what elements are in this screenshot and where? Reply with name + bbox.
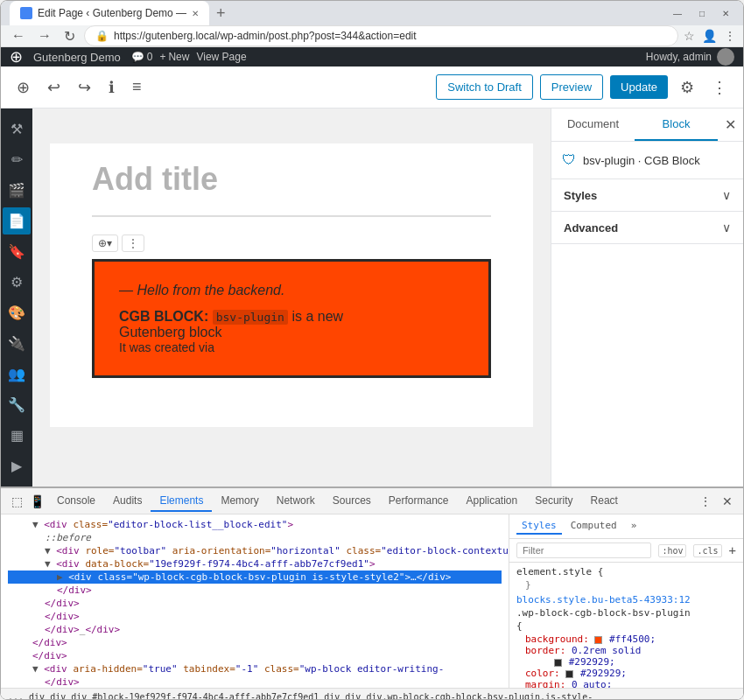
active-tab[interactable]: Edit Page ‹ Gutenberg Demo — ✕ xyxy=(10,1,209,25)
elem-line-div-text[interactable]: </div>_</div> xyxy=(8,623,502,636)
view-page-link[interactable]: View Page xyxy=(196,51,246,63)
elem-line-close-div3[interactable]: </div> xyxy=(8,610,502,623)
elem-line-close-div2[interactable]: </div> xyxy=(8,597,502,610)
preview-button[interactable]: Preview xyxy=(540,74,603,100)
orange-line3: Gutenberg block xyxy=(119,325,464,340)
page-title-placeholder[interactable]: Add title xyxy=(92,161,491,198)
devtools-tab-memory[interactable]: Memory xyxy=(212,491,267,512)
devtools-tab-elements[interactable]: Elements xyxy=(151,491,212,512)
sidebar-icon-pages[interactable]: 📄 xyxy=(3,207,31,234)
devtools-tab-audits[interactable]: Audits xyxy=(104,491,151,512)
elem-line-close-div5[interactable]: </div> xyxy=(8,649,502,662)
devtools-status-text: ... div div div #block-19ef929f-f974-4bc… xyxy=(8,692,593,700)
close-button[interactable]: ✕ xyxy=(717,7,734,20)
more-options-icon[interactable]: ⋮ xyxy=(724,29,736,43)
devtools-tab-sources[interactable]: Sources xyxy=(324,491,380,512)
redo-button[interactable]: ↪ xyxy=(73,74,96,101)
elem-line-close-div4[interactable]: </div> xyxy=(8,636,502,649)
sidebar-icon-bookmark[interactable]: 🔖 xyxy=(3,238,31,265)
address-bar[interactable]: 🔒 https://gutenberg.local/wp-admin/post.… xyxy=(84,25,678,46)
add-rule-btn[interactable]: + xyxy=(729,543,736,557)
pseudo-cls-btn[interactable]: .cls xyxy=(693,544,721,557)
sidebar-icon-users[interactable]: 👥 xyxy=(3,360,31,388)
restore-button[interactable]: □ xyxy=(694,7,710,20)
sidebar-icon-media2[interactable]: ▶ xyxy=(6,452,27,480)
blocks-style-link[interactable]: blocks.style.bu-beta5-43933:12 xyxy=(516,594,691,606)
comments-link[interactable]: 💬 0 xyxy=(131,51,153,63)
add-block-button[interactable]: ⊕ xyxy=(11,74,35,101)
elem-line-toolbar[interactable]: ▼ <div role="toolbar" aria-orientation="… xyxy=(8,544,502,557)
sidebar-icon-edit[interactable]: ✏ xyxy=(6,146,28,173)
minimize-button[interactable]: — xyxy=(668,7,687,20)
devtools-tab-security[interactable]: Security xyxy=(526,491,581,512)
elem-line-data-block[interactable]: ▼ <div data-block="19ef929f-f974-4bc4-af… xyxy=(8,557,502,570)
elem-line-before[interactable]: ::before xyxy=(8,531,502,544)
color-swatch[interactable] xyxy=(565,670,573,678)
sidebar-icon-plugins[interactable]: 🔌 xyxy=(3,330,31,357)
sidebar-icon-tools2[interactable]: 🔧 xyxy=(3,391,31,418)
devtools-tab-network[interactable]: Network xyxy=(268,491,324,512)
back-button[interactable]: ← xyxy=(8,26,29,46)
elem-line-1[interactable]: ▼ <div class="editor-block-list__block-e… xyxy=(8,518,502,531)
sidebar-close-button[interactable]: ✕ xyxy=(718,109,743,140)
styles-tab-computed[interactable]: Computed xyxy=(565,518,622,535)
orange-text-new: is a new xyxy=(288,309,343,324)
pseudo-hov-btn[interactable]: :hov xyxy=(658,544,686,557)
devtools-elements-panel[interactable]: ▼ <div class="editor-block-list__block-e… xyxy=(1,514,509,688)
reload-button[interactable]: ↻ xyxy=(60,26,79,46)
comment-icon: 💬 xyxy=(131,51,144,63)
list-view-button[interactable]: ≡ xyxy=(127,74,147,100)
canvas-inner: Add title ⊕▾ ⋮ — Hello from the backend.… xyxy=(50,144,533,427)
tab-document[interactable]: Document xyxy=(551,108,635,141)
elem-line-aria-hidden[interactable]: ▼ <div aria-hidden="true" tabindex="-1" … xyxy=(8,662,502,676)
orange-block[interactable]: — Hello from the backend. CGB BLOCK: bsv… xyxy=(92,259,491,378)
wp-logo-icon[interactable]: ⊕ xyxy=(10,47,23,66)
styles-section: Styles ∨ xyxy=(551,179,743,212)
sidebar-icon-blocks[interactable]: ▦ xyxy=(5,422,29,449)
devtools-tab-console[interactable]: Console xyxy=(48,491,104,512)
wp-site-name[interactable]: Gutenberg Demo xyxy=(33,51,121,64)
advanced-section-header[interactable]: Advanced ∨ xyxy=(551,212,743,243)
styles-section-header[interactable]: Styles ∨ xyxy=(551,179,743,211)
sidebar-icon-appearance[interactable]: 🎨 xyxy=(3,299,31,326)
new-tab-button[interactable]: + xyxy=(213,4,229,23)
elem-line-block-highlighted[interactable]: ▶ <div class="wp-block-cgb-block-bsv-plu… xyxy=(8,570,502,584)
profile-icon[interactable]: 👤 xyxy=(702,29,717,43)
sidebar-icon-settings[interactable]: ⚙ xyxy=(5,269,28,296)
tab-block[interactable]: Block xyxy=(635,108,718,141)
elem-line-close-div1[interactable]: </div> xyxy=(8,584,502,597)
devtools-tab-react[interactable]: React xyxy=(582,491,627,512)
devtools-more-tabs-btn[interactable]: ⋮ xyxy=(696,493,715,510)
devtools-tab-performance[interactable]: Performance xyxy=(380,491,458,512)
styles-tab-styles[interactable]: Styles xyxy=(516,518,562,535)
block-info-button[interactable]: ℹ xyxy=(103,74,120,101)
prop-color: color: #292929; xyxy=(525,668,736,679)
switch-to-draft-button[interactable]: Switch to Draft xyxy=(436,74,533,100)
forward-button[interactable]: → xyxy=(34,26,55,46)
new-link[interactable]: + New xyxy=(159,51,189,63)
devtools-statusbar: ... div div div #block-19ef929f-f974-4bc… xyxy=(1,688,743,700)
title-area[interactable]: Add title xyxy=(92,161,491,217)
bookmark-icon[interactable]: ☆ xyxy=(684,29,695,43)
orange-block-code: bsv-plugin xyxy=(213,310,288,325)
devtools-tab-application[interactable]: Application xyxy=(458,491,527,512)
bg-color-swatch[interactable] xyxy=(594,636,602,644)
devtools-inspect-btn[interactable]: ⬚ xyxy=(8,493,26,510)
update-button[interactable]: Update xyxy=(610,75,668,99)
sidebar-icon-media[interactable]: 🎬 xyxy=(3,177,31,204)
devtools-device-btn[interactable]: 📱 xyxy=(26,493,48,510)
editor-canvas[interactable]: Add title ⊕▾ ⋮ — Hello from the backend.… xyxy=(32,108,551,486)
browser-addressbar: ← → ↻ 🔒 https://gutenberg.local/wp-admin… xyxy=(1,25,743,47)
undo-button[interactable]: ↩ xyxy=(42,74,66,101)
sidebar-icon-tools[interactable]: ⚒ xyxy=(5,116,28,143)
block-type-button[interactable]: ⊕▾ xyxy=(92,234,118,252)
elem-line-last-close[interactable]: </div> xyxy=(8,676,502,688)
devtools-close-btn[interactable]: ✕ xyxy=(719,493,736,510)
tab-close-btn[interactable]: ✕ xyxy=(192,9,199,18)
more-options-button[interactable]: ⋮ xyxy=(706,74,733,101)
border-color-swatch[interactable] xyxy=(554,659,562,667)
filter-input[interactable] xyxy=(516,542,651,558)
block-more-button[interactable]: ⋮ xyxy=(122,234,144,252)
styles-tab-more[interactable]: » xyxy=(626,518,642,535)
settings-button[interactable]: ⚙ xyxy=(675,74,699,101)
